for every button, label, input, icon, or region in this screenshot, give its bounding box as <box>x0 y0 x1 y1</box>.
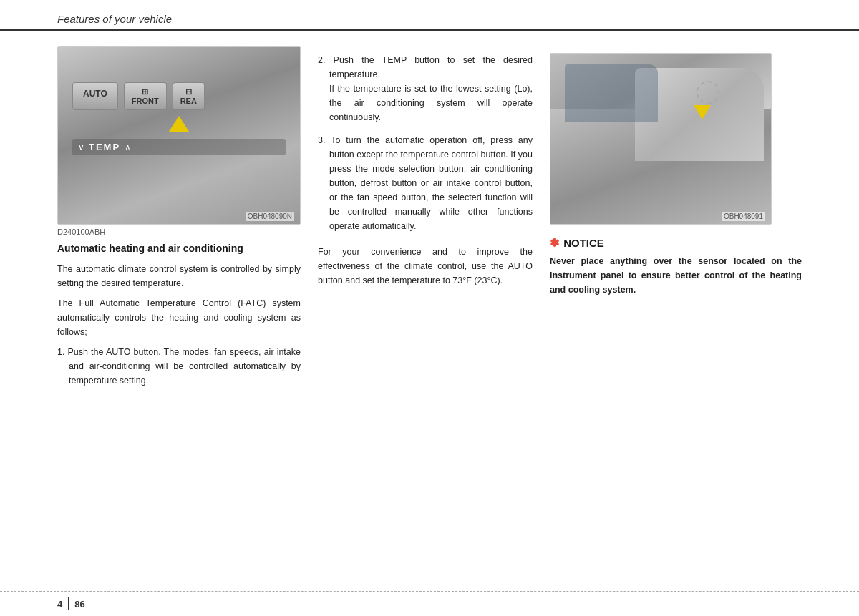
footer-divider <box>68 597 69 610</box>
notice-box: ✽ NOTICE Never place anything over the s… <box>550 236 802 297</box>
temp-up-arrow: ∧ <box>125 142 131 152</box>
image-code-left: OBH048090N <box>246 212 294 221</box>
arrow-up-icon <box>169 116 189 132</box>
footer: 4 86 <box>0 591 859 616</box>
numbered-list: 2. Push the TEMP button to set the desir… <box>318 53 533 233</box>
climate-control-image: AUTO ⊞ FRONT ⊟REA ∨ TEMP ∧ OBH048090N <box>57 46 301 225</box>
temp-row: ∨ TEMP ∧ <box>72 139 286 155</box>
para2: The Full Automatic Temperature Control (… <box>57 296 301 339</box>
section-body: The automatic climate control system is … <box>57 262 301 388</box>
sensor-indicator <box>697 81 719 104</box>
image-code-right: OBH048091 <box>722 212 765 221</box>
list-item-2: 2. Push the TEMP button to set the desir… <box>318 53 533 124</box>
list-item-1: 1. Push the AUTO button. The modes, fan … <box>57 345 301 388</box>
temp-down-arrow: ∨ <box>78 142 84 152</box>
front-button-sim: ⊞ FRONT <box>124 82 167 110</box>
header-title: Features of your vehicle <box>57 13 172 25</box>
page-header: Features of your vehicle <box>0 0 859 31</box>
right-column: OBH048091 ✽ NOTICE Never place anything … <box>550 46 802 393</box>
button-row-top: AUTO ⊞ FRONT ⊟REA <box>72 82 286 110</box>
section-title: Automatic heating and air conditioning <box>57 242 301 256</box>
footer-page-number: 86 <box>74 599 84 610</box>
auto-button-sim: AUTO <box>72 82 118 110</box>
list-item-3: 3. To turn the automatic operation off, … <box>318 133 533 233</box>
notice-star-icon: ✽ <box>550 237 559 249</box>
car-image: OBH048091 <box>550 53 772 225</box>
footer-section-number: 4 <box>57 599 62 610</box>
main-content: AUTO ⊞ FRONT ⊟REA ∨ TEMP ∧ OBH048090N <box>0 46 859 393</box>
convenience-para: For your convenience and to improve the … <box>318 245 533 288</box>
para1: The automatic climate control system is … <box>57 262 301 290</box>
notice-body: Never place anything over the sensor loc… <box>550 254 802 297</box>
figure-id: D240100ABH <box>57 228 301 236</box>
arrow-down-icon <box>694 105 711 119</box>
notice-title-text: NOTICE <box>563 237 604 249</box>
page-container: Features of your vehicle AUTO ⊞ FRONT ⊟R… <box>0 0 859 616</box>
car-windshield <box>565 64 658 122</box>
left-column: AUTO ⊞ FRONT ⊟REA ∨ TEMP ∧ OBH048090N <box>57 46 301 393</box>
middle-column: 2. Push the TEMP button to set the desir… <box>318 46 533 393</box>
notice-title: ✽ NOTICE <box>550 236 802 250</box>
front-icon: ⊞ <box>142 87 148 96</box>
control-panel-simulation: AUTO ⊞ FRONT ⊟REA ∨ TEMP ∧ <box>72 82 286 155</box>
rear-button-sim: ⊟REA <box>173 82 205 110</box>
